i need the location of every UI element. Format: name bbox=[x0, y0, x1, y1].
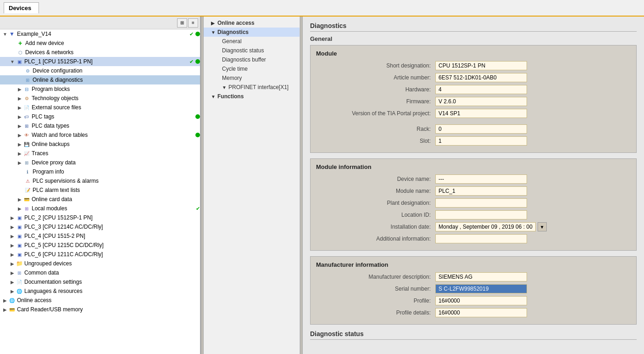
tree-arrow[interactable]: ▶ bbox=[9, 225, 16, 230]
nav-item-diag_status[interactable]: Diagnostic status bbox=[204, 46, 300, 55]
tree-item-languages[interactable]: ▶🌐Languages & resources bbox=[0, 287, 200, 296]
field-value[interactable]: 1 bbox=[435, 136, 527, 146]
nav-item-online_access[interactable]: ▶Online access bbox=[204, 18, 300, 28]
tree-arrow[interactable]: ▶ bbox=[9, 215, 16, 220]
tree-item-plc_supervisions[interactable]: ⚠PLC supervisions & alarms bbox=[0, 176, 200, 185]
field-value-wrap: V 2.6.0 bbox=[435, 97, 527, 106]
tree-label: Online backups bbox=[32, 141, 200, 147]
tree-arrow[interactable]: ▶ bbox=[2, 298, 8, 303]
nav-arrow: ▼ bbox=[211, 30, 217, 35]
field-value[interactable]: --- bbox=[435, 174, 527, 184]
tree-item-plc4[interactable]: ▶▣PLC_4 [CPU 1515-2 PN] bbox=[0, 231, 200, 241]
field-value[interactable]: CPU 1512SP-1 PN bbox=[435, 61, 527, 70]
tree-arrow[interactable]: ▼ bbox=[9, 59, 16, 64]
nav-item-functions[interactable]: ▼Functions bbox=[204, 92, 300, 101]
tree-arrow[interactable]: ▶ bbox=[17, 197, 23, 202]
tree-item-device_proxy[interactable]: ▶⊞Device proxy data bbox=[0, 158, 200, 167]
tree-item-online_access[interactable]: ▶🌐Online access bbox=[0, 296, 200, 305]
nav-label: Cycle time bbox=[222, 66, 248, 72]
tree-arrow[interactable]: ▶ bbox=[9, 243, 16, 248]
nav-item-memory[interactable]: Memory bbox=[204, 73, 300, 83]
tree-item-local_modules[interactable]: ▶⊞Local modules✔ bbox=[0, 204, 200, 213]
tree-arrow[interactable]: ▶ bbox=[17, 142, 23, 147]
tree-arrow[interactable]: ▶ bbox=[9, 234, 16, 239]
tree-item-example_v14[interactable]: ▼▼Example_V14✔ bbox=[0, 29, 200, 39]
tree-item-online_card[interactable]: ▶💳Online card data bbox=[0, 195, 200, 204]
nav-label: General bbox=[222, 38, 242, 45]
tree-item-online_backups[interactable]: ▶💾Online backups bbox=[0, 140, 200, 149]
tree-arrow[interactable]: ▼ bbox=[2, 32, 8, 37]
nav-item-diagnostics[interactable]: ▼Diagnostics bbox=[204, 28, 300, 37]
tree-arrow[interactable]: ▶ bbox=[9, 252, 16, 257]
tree-item-plc5[interactable]: ▶▣PLC_5 [CPU 1215C DC/DC/Rly] bbox=[0, 241, 200, 250]
field-value[interactable] bbox=[435, 198, 527, 208]
tree-item-watch_force[interactable]: ▶👁Watch and force tables bbox=[0, 130, 200, 140]
tree-arrow[interactable]: ▶ bbox=[17, 87, 23, 92]
checkmark: ✔ bbox=[189, 59, 194, 65]
nav-item-profinet[interactable]: ▼PROFINET interface[X1] bbox=[204, 83, 300, 92]
tree-item-card_reader[interactable]: ▶💳Card Reader/USB memory bbox=[0, 305, 200, 314]
tree-item-add_new_device[interactable]: +Add new device bbox=[0, 39, 200, 48]
tree-label: PLC_2 [CPU 1512SP-1 PN] bbox=[24, 214, 200, 221]
field-value[interactable]: 6ES7 512-1DK01-0AB0 bbox=[435, 73, 527, 82]
tree-item-devices_networks[interactable]: ⬡Devices & networks bbox=[0, 48, 200, 57]
tree-arrow[interactable]: ▶ bbox=[9, 270, 16, 275]
tree-arrow[interactable]: ▶ bbox=[17, 151, 23, 156]
field-value[interactable] bbox=[435, 234, 527, 243]
mid-panel: ▶Online access▼DiagnosticsGeneralDiagnos… bbox=[204, 17, 300, 354]
field-value[interactable]: V14 SP1 bbox=[435, 109, 527, 118]
field-value[interactable]: 0 bbox=[435, 124, 527, 134]
tree-arrow[interactable]: ▶ bbox=[17, 133, 23, 138]
field-value[interactable]: Monday , September 09 , 2019 06 : 00 bbox=[435, 222, 536, 231]
dropdown-button[interactable]: ▼ bbox=[538, 222, 547, 231]
nav-item-diag_buffer[interactable]: Diagnostics buffer bbox=[204, 55, 300, 64]
tab-devices[interactable]: Devices bbox=[4, 2, 39, 13]
field-value-wrap: PLC_1 bbox=[435, 186, 527, 196]
tree-arrow[interactable]: ▶ bbox=[9, 261, 16, 266]
tree-arrow[interactable]: ▶ bbox=[9, 289, 16, 294]
field-value[interactable]: PLC_1 bbox=[435, 186, 527, 196]
tree-item-plc1[interactable]: ▼▣PLC_1 [CPU 1512SP-1 PN]✔ bbox=[0, 57, 200, 66]
tree-item-plc2[interactable]: ▶▣PLC_2 [CPU 1512SP-1 PN] bbox=[0, 213, 200, 222]
tree-item-online_diag[interactable]: ⊞Online & diagnostics bbox=[0, 75, 200, 84]
tree-label: Common data bbox=[24, 270, 200, 276]
field-value[interactable]: SIEMENS AG bbox=[435, 272, 527, 281]
field-value[interactable] bbox=[435, 210, 527, 219]
tree-item-plc3[interactable]: ▶▣PLC_3 [CPU 1214C AC/DC/Rly] bbox=[0, 222, 200, 231]
field-value[interactable]: 4 bbox=[435, 85, 527, 94]
field-value[interactable]: 16#0000 bbox=[435, 296, 527, 305]
tree-arrow[interactable]: ▶ bbox=[17, 96, 23, 101]
toolbar-btn-list[interactable]: ≡ bbox=[188, 18, 198, 28]
tree-item-traces[interactable]: ▶📈Traces bbox=[0, 149, 200, 158]
tree-item-plc6[interactable]: ▶▣PLC_6 [CPU 1211C AC/DC/Rly] bbox=[0, 250, 200, 259]
field-value[interactable]: S C-L2FW99852019 bbox=[435, 284, 527, 293]
tree-arrow[interactable]: ▶ bbox=[17, 114, 23, 119]
tree-item-tech_objects[interactable]: ▶⚙Technology objects bbox=[0, 94, 200, 103]
tree-item-plc_alarm_text[interactable]: 📝PLC alarm text lists bbox=[0, 185, 200, 195]
field-label: Installation date: bbox=[316, 224, 435, 230]
module-info-title: Module information bbox=[316, 163, 631, 170]
tree-item-ungrouped[interactable]: ▶📁Ungrouped devices bbox=[0, 259, 200, 268]
tree-item-doc_settings[interactable]: ▶📄Documentation settings bbox=[0, 277, 200, 287]
field-value[interactable]: 16#0000 bbox=[435, 308, 527, 317]
tree-item-plc_data_types[interactable]: ▶⊞PLC data types bbox=[0, 121, 200, 130]
tree-item-program_blocks[interactable]: ▶⊟Program blocks bbox=[0, 84, 200, 94]
tree-arrow[interactable]: ▶ bbox=[17, 124, 23, 129]
tree-label: Example_V14 bbox=[17, 31, 189, 37]
tree-arrow[interactable]: ▶ bbox=[17, 105, 23, 110]
tree-arrow[interactable]: ▶ bbox=[2, 307, 8, 312]
nav-item-general[interactable]: General bbox=[204, 37, 300, 46]
tree-arrow[interactable]: ▶ bbox=[17, 206, 23, 211]
tree-item-plc_tags[interactable]: ▶🏷PLC tags bbox=[0, 112, 200, 121]
tree-item-common_data[interactable]: ▶⊞Common data bbox=[0, 268, 200, 277]
toolbar-btn-grid[interactable]: ⊞ bbox=[177, 18, 187, 28]
tree-arrow[interactable]: ▶ bbox=[9, 280, 16, 285]
tree-item-program_info[interactable]: ℹProgram info bbox=[0, 167, 200, 176]
nav-item-cycle_time[interactable]: Cycle time bbox=[204, 64, 300, 73]
tree-item-device_config[interactable]: ⚙Device configuration bbox=[0, 66, 200, 75]
tree-label: PLC data types bbox=[32, 123, 200, 129]
tree-arrow[interactable]: ▶ bbox=[17, 160, 23, 165]
field-value[interactable]: V 2.6.0 bbox=[435, 97, 527, 106]
tree-icon-backup: 💾 bbox=[23, 140, 30, 148]
tree-item-ext_source[interactable]: ▶📄External source files bbox=[0, 103, 200, 112]
